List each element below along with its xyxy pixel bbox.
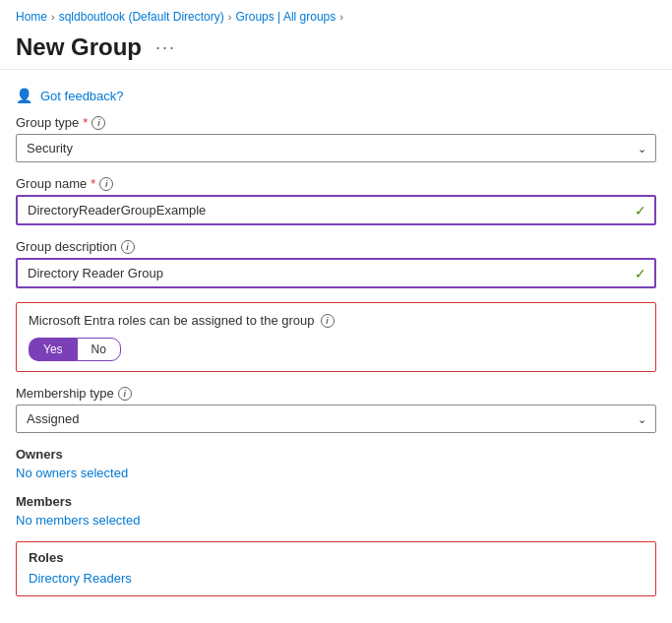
members-title: Members <box>16 494 656 509</box>
entra-roles-toggle: Yes No <box>29 338 643 361</box>
page-header: New Group ··· <box>0 30 672 69</box>
group-type-select[interactable]: Security <box>16 134 656 162</box>
breadcrumb-tenant[interactable]: sqldboutlook (Default Directory) <box>59 10 224 24</box>
form-container: Group type * i Security ⌄ Group name * i… <box>0 115 672 596</box>
more-options-button[interactable]: ··· <box>152 35 180 60</box>
group-description-label: Group description i <box>16 239 656 254</box>
membership-type-label: Membership type i <box>16 386 656 401</box>
breadcrumb-home[interactable]: Home <box>16 10 47 24</box>
breadcrumb-sep3: › <box>339 11 343 23</box>
group-name-required: * <box>91 176 95 191</box>
breadcrumb: Home › sqldboutlook (Default Directory) … <box>0 0 672 30</box>
owners-link[interactable]: No owners selected <box>16 466 656 480</box>
group-type-info-icon[interactable]: i <box>92 116 105 130</box>
membership-type-select-wrapper: Assigned ⌄ <box>16 405 656 433</box>
group-description-info-icon[interactable]: i <box>121 240 135 254</box>
feedback-bar[interactable]: 👤 Got feedback? <box>0 80 672 115</box>
membership-type-select[interactable]: Assigned <box>16 405 656 433</box>
group-name-input-wrapper: ✓ <box>16 195 656 225</box>
feedback-label: Got feedback? <box>40 89 124 103</box>
entra-roles-no-button[interactable]: No <box>77 338 121 361</box>
members-link[interactable]: No members selected <box>16 513 656 528</box>
owners-section: Owners No owners selected <box>16 447 656 480</box>
group-type-field: Group type * i Security ⌄ <box>16 115 656 162</box>
required-indicator: * <box>83 115 88 130</box>
entra-roles-info-icon[interactable]: i <box>321 314 335 328</box>
breadcrumb-sep1: › <box>51 11 55 23</box>
members-section: Members No members selected <box>16 494 656 528</box>
roles-title: Roles <box>29 550 643 565</box>
header-divider <box>0 69 672 70</box>
entra-roles-yes-button[interactable]: Yes <box>29 338 77 361</box>
breadcrumb-sep2: › <box>228 11 232 23</box>
owners-title: Owners <box>16 447 656 462</box>
entra-roles-box: Microsoft Entra roles can be assigned to… <box>16 302 656 372</box>
membership-type-field: Membership type i Assigned ⌄ <box>16 386 656 433</box>
group-name-input[interactable] <box>16 195 656 225</box>
group-description-input-wrapper: ✓ <box>16 258 656 288</box>
group-name-field: Group name * i ✓ <box>16 176 656 225</box>
group-description-field: Group description i ✓ <box>16 239 656 288</box>
page-title: New Group <box>16 33 142 61</box>
group-description-input[interactable] <box>16 258 656 288</box>
membership-type-info-icon[interactable]: i <box>118 387 132 401</box>
feedback-icon: 👤 <box>16 88 32 103</box>
breadcrumb-groups[interactable]: Groups | All groups <box>235 10 336 24</box>
roles-box: Roles Directory Readers <box>16 541 656 596</box>
entra-roles-label: Microsoft Entra roles can be assigned to… <box>29 313 643 328</box>
group-type-label: Group type * i <box>16 115 656 130</box>
group-name-check-icon: ✓ <box>635 203 646 218</box>
group-description-check-icon: ✓ <box>635 266 646 281</box>
roles-link[interactable]: Directory Readers <box>29 571 643 586</box>
group-type-select-wrapper: Security ⌄ <box>16 134 656 162</box>
group-name-label: Group name * i <box>16 176 656 191</box>
group-name-info-icon[interactable]: i <box>99 177 113 191</box>
